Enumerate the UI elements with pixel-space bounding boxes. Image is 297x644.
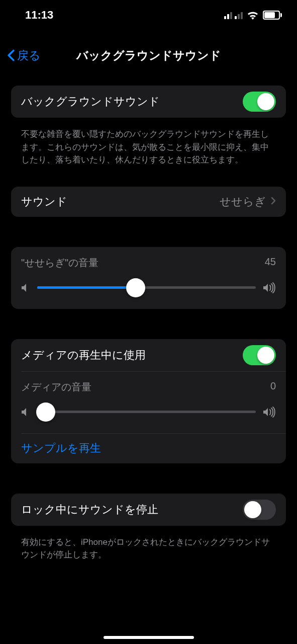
sound-volume-slider[interactable] xyxy=(37,278,256,298)
wifi-icon xyxy=(247,11,259,20)
chevron-left-icon xyxy=(7,49,15,61)
media-volume-slider[interactable] xyxy=(37,402,256,422)
page-title: バックグラウンドサウンド xyxy=(0,48,297,63)
volume-high-icon xyxy=(263,282,276,293)
status-time: 11:13 xyxy=(25,9,53,22)
volume-low-icon xyxy=(21,407,30,417)
lock-stop-row: ロック中にサウンドを停止 xyxy=(11,494,286,526)
background-sound-description: 不要な雑音を覆い隠すためのバックグラウンドサウンドを再生します。これらのサウンド… xyxy=(11,123,286,167)
background-sound-row: バックグラウンドサウンド xyxy=(11,86,286,118)
nav-header: 戻る バックグラウンドサウンド xyxy=(0,40,297,70)
battery-icon: 76 xyxy=(263,11,282,20)
background-sound-label: バックグラウンドサウンド xyxy=(21,94,243,109)
play-sample-row[interactable]: サンプルを再生 xyxy=(11,433,286,463)
media-playback-toggle[interactable] xyxy=(243,345,276,365)
play-sample-link: サンプルを再生 xyxy=(21,441,101,456)
status-right: 76 xyxy=(224,11,282,20)
lock-group: ロック中にサウンドを停止 xyxy=(11,494,286,526)
battery-pct: 76 xyxy=(264,12,281,19)
sound-volume-value: 45 xyxy=(265,256,276,270)
back-label: 戻る xyxy=(17,48,41,63)
media-playback-label: メディアの再生中に使用 xyxy=(21,348,243,363)
volume-low-icon xyxy=(21,283,30,293)
main-toggle-group: バックグラウンドサウンド xyxy=(11,86,286,118)
media-playback-row: メディアの再生中に使用 xyxy=(11,339,286,371)
background-sound-toggle[interactable] xyxy=(243,92,276,112)
lock-stop-toggle[interactable] xyxy=(243,500,276,520)
sound-picker-group: サウンド せせらぎ xyxy=(11,187,286,217)
sound-volume-group: "せせらぎ"の音量 45 xyxy=(11,247,286,309)
home-indicator[interactable] xyxy=(104,636,194,639)
media-volume-label: メディアの音量 xyxy=(21,380,91,394)
media-volume-value: 0 xyxy=(270,380,276,394)
sound-label: サウンド xyxy=(21,194,220,209)
sound-volume-label: "せせらぎ"の音量 xyxy=(21,256,98,270)
lock-stop-label: ロック中にサウンドを停止 xyxy=(21,502,243,517)
volume-high-icon xyxy=(263,407,276,418)
back-button[interactable]: 戻る xyxy=(7,48,41,63)
sound-row[interactable]: サウンド せせらぎ xyxy=(11,187,286,217)
media-group: メディアの再生中に使用 メディアの音量 0 サンプルを再生 xyxy=(11,339,286,463)
dual-sim-icon xyxy=(224,11,243,19)
status-bar: 11:13 76 xyxy=(0,0,297,30)
sound-value: せせらぎ xyxy=(220,194,266,209)
lock-stop-description: 有効にすると、iPhoneがロックされたときにバックグラウンドサウンドが停止しま… xyxy=(11,531,286,561)
chevron-right-icon xyxy=(271,196,276,207)
